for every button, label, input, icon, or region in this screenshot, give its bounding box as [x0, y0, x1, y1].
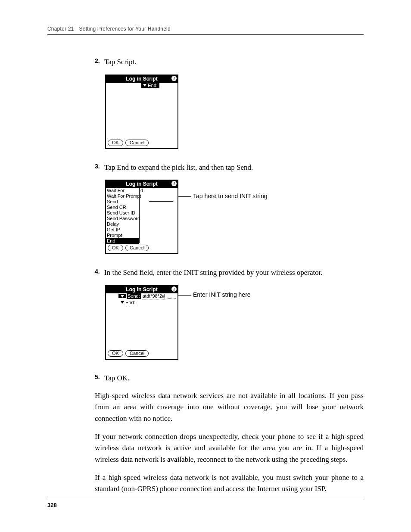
paragraph-2: If your network connection drops unexpec… [95, 431, 364, 465]
menu-item-wait-for[interactable]: Wait For [107, 188, 138, 193]
header-rule [47, 34, 364, 35]
init-string-value: atdt*98*2# [143, 293, 165, 299]
step-4-text: In the Send field, enter the INIT string… [104, 267, 323, 278]
palm-title-2-label: Log in Script [126, 181, 157, 187]
palm-screenshot-2: Log in Script i Wait For Wait For Prompt… [105, 180, 178, 254]
step-3: 3. Tap End to expand the pick list, and … [95, 162, 364, 173]
screenshot-1-wrap: Log in Script i End: OK Cancel [105, 75, 364, 149]
step-5: 5. Tap OK. [95, 373, 364, 384]
callout-line-1 [178, 196, 191, 197]
callout-2-text: Enter INIT string here [193, 291, 251, 298]
paragraph-1: High-speed wireless data network service… [95, 390, 364, 424]
page-number: 328 [47, 502, 57, 508]
info-icon[interactable]: i [171, 76, 177, 81]
screenshot-2-wrap: Log in Script i Wait For Wait For Prompt… [105, 180, 364, 254]
ok-button[interactable]: OK [108, 140, 123, 146]
info-icon[interactable]: i [171, 181, 177, 186]
step-2-num: 2. [95, 56, 104, 68]
end-dropdown-label: End: [148, 83, 158, 88]
menu-item-send-password[interactable]: Send Password [107, 216, 138, 221]
footer-rule [47, 499, 364, 499]
end-row: End: [119, 300, 177, 305]
palm-title-3: Log in Script i [106, 286, 177, 293]
palm-title-3-label: Log in Script [126, 286, 157, 292]
menu-item-send-user-id[interactable]: Send User ID [107, 210, 138, 216]
chevron-down-icon[interactable] [121, 295, 124, 298]
right-d-char: d [140, 188, 143, 193]
end-label[interactable]: End: [125, 300, 135, 305]
step-5-text: Tap OK. [104, 373, 129, 384]
step-4-num: 4. [95, 267, 104, 278]
script-pick-list[interactable]: Wait For Wait For Prompt Send Send CR Se… [106, 188, 140, 243]
palm-buttons-3: OK Cancel [106, 348, 177, 359]
cancel-button[interactable]: Cancel [125, 140, 149, 146]
palm-body-3: Send: atdt*98*2# End: [106, 293, 177, 348]
palm-screenshot-1: Log in Script i End: OK Cancel [105, 75, 178, 149]
palm-right-pane: d [140, 188, 177, 243]
callout-1-text: Tap here to send INIT string [193, 193, 268, 199]
palm-screenshot-3: Log in Script i Send: atdt*98*2# End: [105, 285, 178, 360]
menu-item-wait-for-prompt[interactable]: Wait For Prompt [107, 193, 138, 199]
callout-enter-init: Enter INIT string here [193, 291, 251, 298]
palm-title-1: Log in Script i [106, 75, 177, 83]
step-4: 4. In the Send field, enter the INIT str… [95, 267, 364, 278]
step-2-text: Tap Script. [104, 56, 136, 68]
menu-item-get-ip[interactable]: Get IP [107, 227, 138, 233]
page-footer: 328 [47, 499, 364, 509]
ok-button[interactable]: OK [108, 350, 123, 357]
cancel-button[interactable]: Cancel [125, 245, 149, 251]
callout-line-2 [178, 295, 191, 296]
info-icon[interactable]: i [171, 286, 177, 292]
palm-buttons-2: OK Cancel [106, 243, 177, 253]
end-dropdown[interactable]: End: [141, 83, 159, 88]
screenshot-3-wrap: Log in Script i Send: atdt*98*2# End: [105, 285, 364, 360]
palm-title-1-label: Log in Script [126, 76, 157, 82]
running-head: Chapter 21 Setting Preferences for Your … [47, 26, 364, 32]
menu-item-send-cr[interactable]: Send CR [107, 205, 138, 210]
palm-title-2: Log in Script i [106, 180, 177, 188]
send-label[interactable]: Send: [127, 293, 141, 299]
chevron-down-icon [143, 84, 146, 87]
text-cursor [165, 294, 165, 299]
cancel-button[interactable]: Cancel [125, 350, 149, 357]
callout-send-init: Tap here to send INIT string [193, 193, 268, 199]
palm-body-2: Wait For Wait For Prompt Send Send CR Se… [106, 188, 177, 243]
send-field-trailing [167, 294, 176, 299]
step-3-num: 3. [95, 162, 104, 173]
step-3-text: Tap End to expand the pick list, and the… [104, 162, 253, 173]
menu-item-prompt[interactable]: Prompt [107, 233, 138, 238]
menu-item-delay[interactable]: Delay [107, 221, 138, 227]
init-string-input[interactable]: atdt*98*2# [142, 293, 165, 299]
step-2: 2. Tap Script. [95, 56, 364, 68]
chevron-down-icon[interactable] [121, 301, 124, 304]
paragraph-3: If a high-speed wireless data network is… [95, 472, 364, 495]
menu-item-end[interactable]: End [106, 238, 139, 244]
send-row: Send: atdt*98*2# [119, 293, 177, 299]
palm-body-1: End: [106, 83, 177, 138]
menu-item-send[interactable]: Send [107, 199, 138, 205]
ok-button[interactable]: OK [108, 245, 123, 251]
send-pointer-line [149, 201, 173, 202]
step-5-num: 5. [95, 373, 104, 384]
palm-buttons-1: OK Cancel [106, 138, 177, 148]
